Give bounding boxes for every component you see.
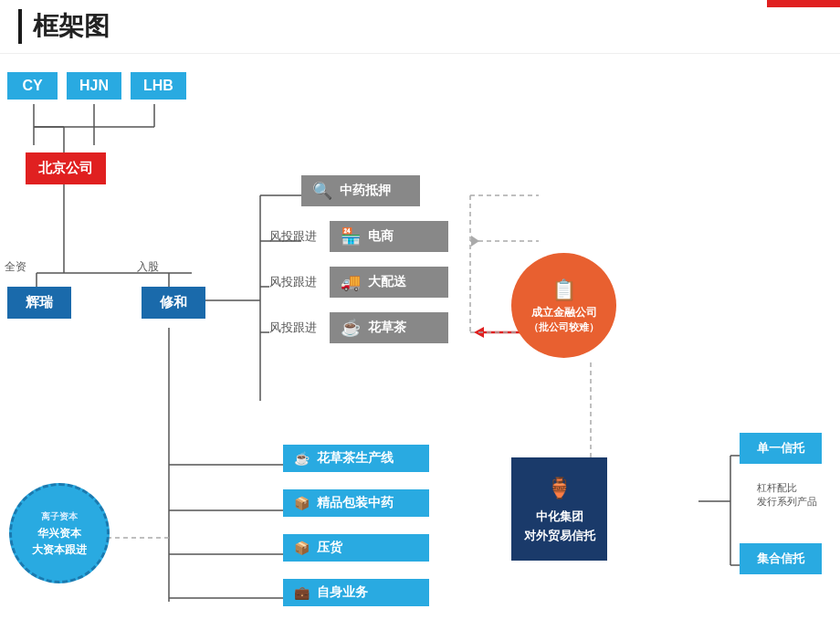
fengtu-3: 风投跟进 [269,320,317,336]
huaxing-subtitle: 离子资本 [41,509,78,523]
daipeisong-icon: 🚚 [341,272,361,292]
zhonghua-box: 🏺 中化集团 对外贸易信托 [511,457,607,561]
rugu-label: 入股 [137,259,159,275]
huirui-box: 辉瑞 [7,287,71,319]
biz-box-zhongyao: 🔍 中药抵押 [301,175,420,206]
biz-row-huacaocha: 风投跟进 ☕ 花草茶 [269,312,448,343]
fengtu-1: 风投跟进 [269,228,317,245]
biz-huacaocha-prod: ☕ 花草茶生产线 [283,445,429,472]
biz-zishen: 💼 自身业务 [283,579,429,606]
zhongyao-icon: 🔍 [312,181,332,201]
leverage-label: 杠杆配比发行系列产品 [757,481,817,509]
page-title: 框架图 [18,9,110,44]
label-cy: CY [7,72,58,100]
biz-box-dianshang: 🏪 电商 [330,221,448,252]
biz-row-dianshang: 风投跟进 🏪 电商 [269,221,448,252]
biz-row-zhongyao: 🔍 中药抵押 [301,175,420,206]
diagram-area: CY HJN LHB 北京公司 全资 入股 辉瑞 修和 🔍 中药抵押 风投跟进 … [0,54,840,630]
finance-icon: 📋 [551,277,576,305]
label-lhb: LHB [131,72,186,100]
trust-combined: 集合信托 [740,543,822,574]
prod-icon-2: 📦 [294,496,310,510]
prod-icon-3: 📦 [294,541,310,555]
finance-circle: 📋 成立金融公司 （批公司较难） [511,253,616,358]
huacaocha-icon: ☕ [341,318,361,338]
biz-box-huacaocha: ☕ 花草茶 [330,312,448,343]
biz-box-daipeisong: 🚚 大配送 [330,267,448,298]
biz-jingpin: 📦 精品包装中药 [283,489,429,517]
zhonghua-icon: 🏺 [522,472,596,504]
huaxing-line2: 大资本跟进 [32,541,87,558]
svg-marker-25 [474,327,484,338]
top-labels: CY HJN LHB [7,72,186,100]
dianshang-icon: 🏪 [341,226,361,247]
label-hjn: HJN [67,72,121,100]
svg-marker-36 [471,236,479,247]
xiuhe-box: 修和 [142,287,205,319]
biz-yahuo: 📦 压货 [283,534,429,562]
header: 框架图 [0,0,840,54]
beijing-company: 北京公司 [26,152,106,184]
trust-single: 单一信托 [740,433,822,464]
quanzi-label: 全资 [5,259,26,275]
biz-row-daipeisong: 风投跟进 🚚 大配送 [269,267,448,298]
huaxing-line1: 华兴资本 [37,525,81,541]
prod-icon-1: ☕ [294,451,310,466]
header-accent [767,0,840,7]
fengtu-2: 风投跟进 [269,274,317,290]
prod-icon-4: 💼 [294,585,310,600]
huaxing-circle: 离子资本 华兴资本 大资本跟进 [9,483,110,583]
